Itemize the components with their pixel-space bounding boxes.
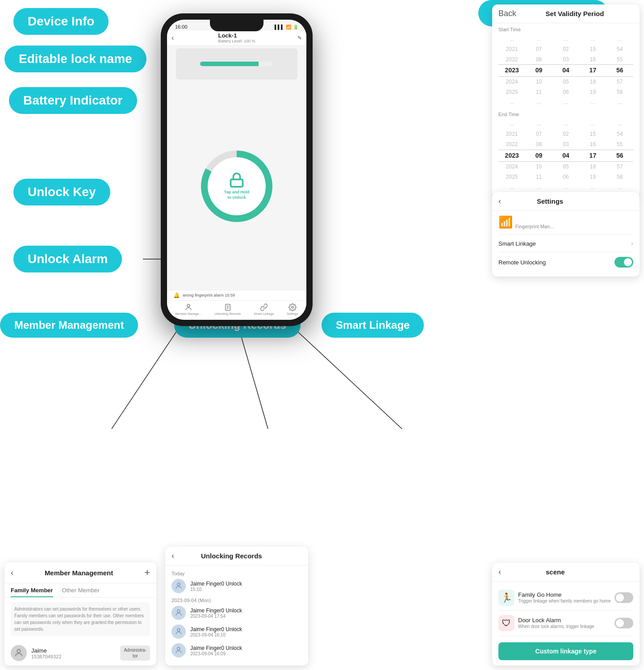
nav-linkage-label: Smart Linkage: [254, 312, 274, 315]
svg-point-16: [17, 649, 20, 653]
ur-record-info-3: Jaime Finger0 Unlock 2023-09-04 16:10: [190, 626, 302, 637]
family-go-home-toggle[interactable]: [615, 592, 633, 603]
ur-record-info-1: Jaime Finger0 Unlock 15:10: [190, 581, 302, 592]
ur-header: ‹ Unlocking Records: [165, 547, 308, 565]
door-lock-alarm-text: Door Lock Alarm When door lock alarms, t…: [518, 617, 611, 630]
ur-record-time-1: 15:10: [190, 587, 302, 592]
phone-battery-text: Battery Level: 100 %: [218, 39, 255, 43]
phone-edit-button[interactable]: ✎: [297, 35, 302, 41]
sl-row-door-lock-alarm[interactable]: 🛡 Door Lock Alarm When door lock alarms,…: [498, 611, 633, 636]
device-info-bubble: Device Info: [13, 8, 109, 35]
mm-info-box: Administrators can set passwords for the…: [11, 602, 150, 636]
family-go-home-text: Family Go Home Trigger linkage when fami…: [518, 591, 611, 604]
smart-linkage-row[interactable]: Smart Linkage ›: [498, 234, 633, 252]
ur-avatar-1: [171, 579, 186, 593]
ur-title: Unlocking Records: [201, 552, 262, 560]
ur-record-name-1: Jaime Finger0 Unlock: [190, 581, 302, 587]
remote-unlocking-row[interactable]: Remote Unlocking: [498, 252, 633, 272]
alarm-bar: 🔔 wrong fingerprint alarm 15:59: [167, 290, 306, 300]
member-management-bubble: Member Management: [0, 313, 138, 338]
unlocking-records-card: ‹ Unlocking Records Today Jaime Finger0 …: [165, 547, 308, 666]
battery-bar: [200, 62, 273, 66]
signal-icon: ▌▌▌: [275, 25, 284, 29]
set-validity-period-card: Back Set Validity Period Start Time ... …: [492, 4, 640, 198]
lock-ring[interactable]: Tap and Holdto Unlock: [201, 151, 272, 222]
remote-unlocking-toggle[interactable]: [615, 257, 633, 268]
lock-button[interactable]: Tap and Holdto Unlock: [208, 157, 266, 215]
ur-record-time-2: 2023-09-04 17:54: [190, 614, 302, 619]
phone-header: ‹ Lock-1 Battery Level: 100 % ✎: [167, 30, 306, 46]
custom-linkage-button[interactable]: Custom linkage type: [498, 642, 633, 660]
mm-tab-other[interactable]: Other Member: [62, 587, 100, 597]
door-lock-alarm-name: Door Lock Alarm: [518, 617, 611, 624]
battery-icon: 🔋: [293, 25, 298, 29]
door-lock-alarm-icon: 🛡: [498, 615, 514, 631]
lock-area[interactable]: Tap and Holdto Unlock: [167, 82, 306, 290]
svp-end-picker[interactable]: ... 2021 2022 2023 2024 2025 ... ... 07 …: [498, 119, 633, 192]
editable-lock-name-bubble: Editable lock name: [4, 46, 146, 72]
svp-body: Start Time ... 2021 2022 2023 2024 2025 …: [492, 23, 640, 198]
door-lock-alarm-toggle[interactable]: [615, 618, 633, 628]
mm-back-button[interactable]: ‹: [11, 568, 13, 578]
phone-notch: [210, 20, 263, 31]
ur-record-1: Jaime Finger0 Unlock 15:10: [171, 579, 302, 593]
ur-body: Today Jaime Finger0 Unlock 15:10 2023-09…: [165, 565, 308, 666]
linkage-icon: [260, 303, 268, 311]
sl-row-family-go-home[interactable]: 🏃 Family Go Home Trigger linkage when fa…: [498, 585, 633, 611]
sl-back-button[interactable]: ‹: [498, 567, 501, 577]
mm-tab-family[interactable]: Family Member: [11, 587, 53, 597]
member-role-badge: Administra-tor: [120, 645, 150, 661]
svp-start-picker[interactable]: ... 2021 2022 2023 2024 2025 ... ... 07 …: [498, 34, 633, 107]
bottom-nav: Member Manage... Unlocking Records Smart…: [167, 300, 306, 320]
nav-settings[interactable]: Settings: [287, 303, 298, 315]
ur-avatar-2: [171, 606, 186, 620]
remote-unlocking-label: Remote Unlocking: [498, 259, 546, 266]
nav-linkage[interactable]: Smart Linkage: [254, 303, 274, 315]
member-avatar: [11, 645, 27, 661]
ur-record-name-4: Jaime Finger0 Unlock: [190, 645, 302, 651]
settings-card: ‹ Settings 📶 Fingerprint Man... Smart Li…: [492, 192, 640, 276]
svp-end-label: End Time: [498, 112, 633, 117]
mm-add-button[interactable]: +: [144, 567, 150, 578]
sl-body: 🏃 Family Go Home Trigger linkage when fa…: [492, 582, 640, 666]
phone-back-button[interactable]: ‹: [171, 34, 174, 42]
ur-avatar-3: [171, 624, 186, 639]
svg-point-18: [177, 610, 180, 612]
alarm-text: wrong fingerprint alarm 15:59: [183, 293, 235, 297]
ur-record-3: Jaime Finger0 Unlock 2023-09-04 16:10: [171, 624, 302, 639]
battery-indicator-bubble: Battery Indicator: [9, 87, 137, 114]
member-phone: 15387049322: [31, 654, 116, 659]
person-icon: [184, 303, 192, 311]
ur-record-time-3: 2023-09-04 16:10: [190, 632, 302, 637]
svg-point-15: [292, 306, 294, 309]
phone-time: 16:00: [175, 24, 188, 29]
ur-record-info-2: Jaime Finger0 Unlock 2023-09-04 17:54: [190, 607, 302, 619]
records-icon: [224, 303, 232, 311]
fingerprint-label: Fingerprint Man...: [515, 224, 554, 229]
ur-avatar-4: [171, 643, 186, 657]
phone-lock-name: Lock-1: [218, 32, 255, 39]
settings-back-button[interactable]: ‹: [498, 197, 501, 206]
fingerprint-row[interactable]: 📶 Fingerprint Man...: [498, 215, 633, 229]
lock-icon: [229, 172, 245, 188]
ur-record-time-4: 2023-09-04 16:09: [190, 651, 302, 656]
nav-records[interactable]: Unlocking Records: [214, 303, 241, 315]
phone-mockup: 16:00 ▌▌▌ 📶 🔋 ‹ Lock-1 Battery Level: 10…: [161, 13, 313, 326]
smart-linkage-card: ‹ scene 🏃 Family Go Home Trigger linkage…: [492, 563, 640, 666]
member-name: Jaime: [31, 647, 116, 654]
svg-point-19: [177, 628, 180, 631]
mm-tabs: Family Member Other Member: [4, 583, 156, 598]
nav-member-label: Member Manage...: [176, 312, 202, 315]
svp-back-button[interactable]: Back: [498, 9, 516, 18]
battery-area: [176, 48, 297, 80]
family-go-home-icon: 🏃: [498, 590, 514, 606]
settings-icon: [289, 303, 297, 311]
ur-today-label: Today: [171, 571, 302, 576]
nav-settings-label: Settings: [287, 312, 298, 315]
ur-back-button[interactable]: ‹: [171, 551, 174, 561]
sl-header: ‹ scene: [492, 563, 640, 582]
svg-point-10: [187, 304, 190, 307]
ur-record-name-3: Jaime Finger0 Unlock: [190, 626, 302, 632]
nav-member[interactable]: Member Manage...: [176, 303, 202, 315]
mm-title: Member Management: [45, 569, 113, 577]
